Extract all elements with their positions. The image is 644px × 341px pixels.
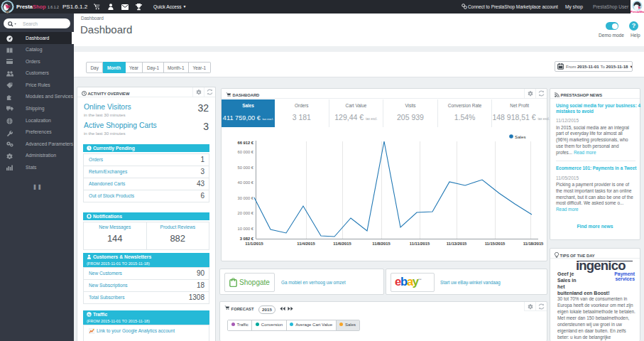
svg-text:50 000 €: 50 000 € xyxy=(237,166,253,170)
svg-text:60 000 €: 60 000 € xyxy=(237,150,253,154)
svg-text:20 000 €: 20 000 € xyxy=(237,211,253,215)
svg-text:11/13/2015: 11/13/2015 xyxy=(447,242,467,246)
svg-text:11/18/2015: 11/18/2015 xyxy=(523,242,544,246)
svg-text:3 082 €: 3 082 € xyxy=(240,237,254,241)
svg-text:30 000 €: 30 000 € xyxy=(237,196,253,200)
svg-text:11/8/2015: 11/8/2015 xyxy=(372,242,391,246)
svg-text:10 000 €: 10 000 € xyxy=(237,227,253,231)
svg-text:11/6/2015: 11/6/2015 xyxy=(333,242,351,246)
svg-text:Sales: Sales xyxy=(515,134,525,139)
svg-text:11/15/2015: 11/15/2015 xyxy=(485,242,506,246)
svg-text:40 000 €: 40 000 € xyxy=(237,180,253,185)
svg-text:11/4/2015: 11/4/2015 xyxy=(297,242,315,246)
svg-text:11/1/2015: 11/1/2015 xyxy=(245,242,263,246)
svg-text:66 912 €: 66 912 € xyxy=(237,141,253,145)
svg-text:11/11/2015: 11/11/2015 xyxy=(410,242,430,246)
